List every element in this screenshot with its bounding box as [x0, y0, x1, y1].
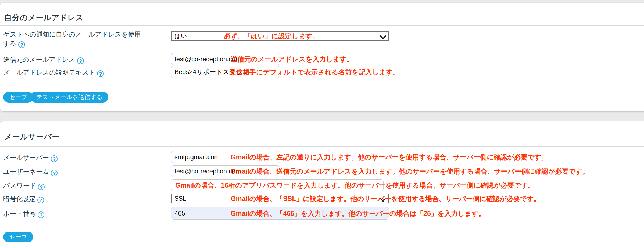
annotation-mail-server: Gmailの場合、左記の通りに入力します。他のサーバーを使用する場合、サーバー側…: [231, 152, 548, 162]
label-username: ユーザーネーム?: [3, 167, 58, 176]
email-settings-page: 自分のメールアドレス ゲストへの通知に自身のメールアドレスを使用する? はい 必…: [0, 0, 644, 248]
annotation-email-description: 受信相手にデフォルトで表示される名前を記入します。: [229, 67, 399, 76]
section-title-mail-server: メールサーバー: [4, 132, 60, 142]
help-icon[interactable]: ?: [18, 41, 25, 48]
send-test-mail-button[interactable]: テストメールを送信する: [30, 92, 108, 103]
label-encryption: 暗号化設定?: [3, 194, 44, 203]
help-icon[interactable]: ?: [77, 57, 84, 64]
help-icon[interactable]: ?: [38, 211, 44, 218]
chevron-down-icon: [380, 34, 386, 41]
annotation-username: Gmailの場合、送信元のメールアドレスを入力します。他のサーバーを使用する場合…: [231, 167, 589, 176]
encryption-selected-value: SSL: [174, 195, 186, 202]
save-button[interactable]: セーブ: [3, 232, 33, 242]
label-port: ポート番号?: [3, 209, 44, 218]
help-icon[interactable]: ?: [97, 70, 104, 77]
save-button[interactable]: セーブ: [3, 92, 33, 103]
label-mail-server: メールサーバー?: [3, 153, 58, 162]
section-mail-server: メールサーバー メールサーバー? Gmailの場合、左記の通りに入力します。他の…: [0, 121, 644, 248]
section-my-email: 自分のメールアドレス ゲストへの通知に自身のメールアドレスを使用する? はい 必…: [0, 3, 644, 111]
annotation-port: Gmailの場合、「465」を入力します。他のサーバーの場合は「25」を入力しま…: [231, 209, 485, 218]
label-email-description: メールアドレスの説明テキスト?: [3, 68, 104, 77]
divider: [0, 25, 644, 26]
annotation-password: Gmailの場合、16桁のアプリパスワードを入力します。他のサーバーを使用する場…: [175, 181, 535, 190]
label-use-own-email: ゲストへの通知に自身のメールアドレスを使用する?: [3, 30, 142, 48]
help-icon[interactable]: ?: [37, 197, 44, 203]
divider: [0, 146, 644, 147]
label-password: パスワード?: [3, 181, 45, 190]
section-title-my-email: 自分のメールアドレス: [4, 13, 84, 23]
annotation-use-own-email: 必ず、「はい」に設定します。: [224, 31, 319, 41]
annotation-encryption: Gmailの場合、「SSL」に設定します。他のサーバーを使用する場合、サーバー側…: [231, 194, 541, 203]
use-own-email-selected-value: はい: [174, 32, 187, 40]
help-icon[interactable]: ?: [51, 170, 58, 176]
annotation-sender-email: 送信元のメールアドレスを入力します。: [231, 54, 353, 64]
help-icon[interactable]: ?: [51, 155, 58, 162]
label-sender-email: 送信元のメールアドレス?: [3, 55, 84, 64]
help-icon[interactable]: ?: [38, 184, 45, 190]
